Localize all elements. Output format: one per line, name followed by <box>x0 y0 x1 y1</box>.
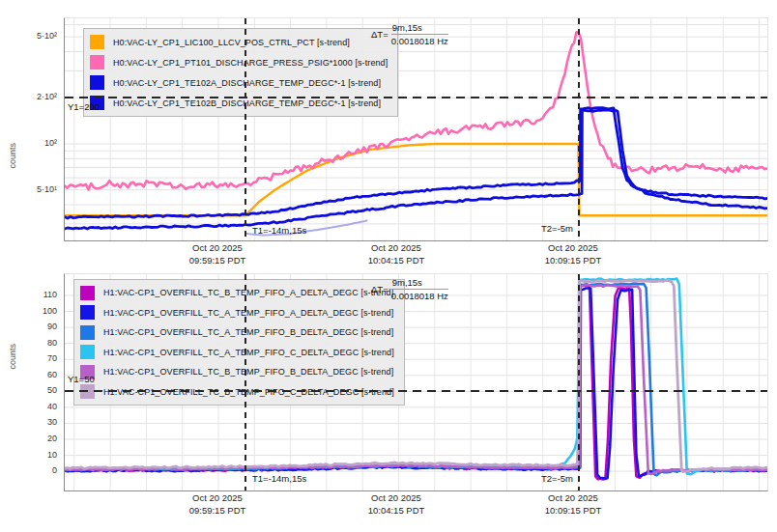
series-name: H1:VAC-CP1_OVERFILL_TC_A_TEMP_FIFO_C_DEL… <box>103 348 394 357</box>
x-tick-label: Oct 20 202510:04:15 PDT <box>368 492 425 517</box>
series-line-2 <box>65 108 767 218</box>
legend-item[interactable]: H0:VAC-LY_CP1_LIC100_LLCV_POS_CTRL_PCT [… <box>90 32 388 52</box>
series-color-swatch <box>80 305 95 320</box>
x-tick-label: Oct 20 202510:09:15 PDT <box>545 492 602 517</box>
t1-cursor-line[interactable] <box>245 274 246 490</box>
legend-item[interactable]: H1:VAC-CP1_OVERFILL_TC_B_TEMP_FIFO_A_DEL… <box>80 283 394 303</box>
t2-cursor-label: T2=-5m <box>541 223 573 234</box>
x-tick-date: Oct 20 2025 <box>189 242 246 255</box>
series-color-swatch <box>90 55 104 70</box>
series-line-3 <box>65 110 767 229</box>
legend-item[interactable]: H1:VAC-CP1_OVERFILL_TC_B_TEMP_FIFO_B_DEL… <box>80 362 394 382</box>
t2-cursor-line[interactable] <box>578 274 580 490</box>
series-name: H0:VAC-LY_CP1_LIC100_LLCV_POS_CTRL_PCT [… <box>113 38 350 47</box>
series-name: H1:VAC-CP1_OVERFILL_TC_B_TEMP_FIFO_A_DEL… <box>103 288 393 297</box>
x-tick-date: Oct 20 2025 <box>545 242 602 255</box>
legend-item[interactable]: H1:VAC-CP1_OVERFILL_TC_A_TEMP_FIFO_A_DEL… <box>80 303 394 323</box>
x-tick-date: Oct 20 2025 <box>368 492 425 505</box>
series-name: H1:VAC-CP1_OVERFILL_TC_A_TEMP_FIFO_A_DEL… <box>103 308 393 318</box>
t1-cursor-label: T1=-14m,15s <box>252 473 306 484</box>
y-tick-label: 30 <box>0 416 57 428</box>
x-tick-label: Oct 20 202510:04:15 PDT <box>368 242 425 266</box>
y-tick-label: 50 <box>0 384 57 396</box>
x-tick-time: 10:04:15 PDT <box>368 255 425 267</box>
legend-item[interactable]: H1:VAC-CP1_OVERFILL_TC_A_TEMP_FIFO_C_DEL… <box>80 343 394 363</box>
x-tick-label: Oct 20 202509:59:15 PDT <box>189 242 246 266</box>
y-tick-label: 20 <box>0 433 57 444</box>
y-tick-label: 0 <box>0 464 57 476</box>
y-axis-ticks: 1101009080706050403020100 <box>0 273 60 490</box>
delta-t-label: ΔT= <box>371 29 388 40</box>
series-name: H0:VAC-LY_CP1_TE102A_DISCHARGE_TEMP_DEGC… <box>113 78 381 88</box>
y-tick-label: 60 <box>0 369 57 380</box>
y-tick-label: 2·10² <box>0 91 57 102</box>
y1-threshold-line[interactable] <box>65 390 767 392</box>
series-color-swatch <box>80 345 95 359</box>
x-tick-time: 09:59:15 PDT <box>189 255 246 267</box>
series-color-swatch <box>90 35 104 49</box>
y-tick-label: 110 <box>0 289 57 300</box>
x-tick-time: 09:59:15 PDT <box>189 505 246 518</box>
plot-area-bottom[interactable]: H1:VAC-CP1_OVERFILL_TC_B_TEMP_FIFO_A_DEL… <box>64 273 768 491</box>
delta-t-annotation: ΔT= 9m,15s 0.0018018 Hz <box>371 22 448 46</box>
y-tick-label: 10 <box>0 449 57 461</box>
y-tick-label: 80 <box>0 337 57 349</box>
series-color-swatch <box>80 325 95 340</box>
delta-t-duration: 9m,15s <box>391 22 448 35</box>
x-tick-date: Oct 20 2025 <box>545 492 602 505</box>
delta-t-label: ΔT= <box>371 284 388 294</box>
y-tick-label: 70 <box>0 352 57 364</box>
t2-cursor-line[interactable] <box>578 18 580 240</box>
plot-area-top[interactable]: H0:VAC-LY_CP1_LIC100_LLCV_POS_CTRL_PCT [… <box>64 17 768 241</box>
series-name: H1:VAC-CP1_OVERFILL_TC_B_TEMP_FIFO_B_DEL… <box>103 367 393 377</box>
y-tick-label: 5·10¹ <box>0 183 57 195</box>
y-tick-label: 5·10² <box>0 30 57 42</box>
t1-cursor-line[interactable] <box>245 18 246 240</box>
legend-item[interactable]: H1:VAC-CP1_OVERFILL_TC_A_TEMP_FIFO_B_DEL… <box>80 322 394 343</box>
y-axis-ticks: 5·10²2·10²10²5·10¹ <box>0 17 60 239</box>
y1-threshold-label: Y1=200 <box>68 101 100 112</box>
series-name: H0:VAC-LY_CP1_TE102B_DISCHARGE_TEMP_DEGC… <box>113 98 381 108</box>
delta-t-frequency: 0.0018018 Hz <box>391 290 448 301</box>
series-color-swatch <box>80 286 95 300</box>
x-tick-date: Oct 20 2025 <box>368 242 425 255</box>
series-name: H1:VAC-CP1_OVERFILL_TC_A_TEMP_FIFO_B_DEL… <box>103 327 393 337</box>
x-tick-time: 10:09:15 PDT <box>545 505 602 518</box>
y-tick-label: 10² <box>0 137 57 149</box>
x-tick-label: Oct 20 202509:59:15 PDT <box>189 492 246 517</box>
x-tick-label: Oct 20 202510:09:15 PDT <box>545 242 602 266</box>
t2-cursor-label: T2=-5m <box>541 473 573 484</box>
y-tick-label: 90 <box>0 321 57 332</box>
y1-threshold-label: Y1=50 <box>68 374 95 384</box>
x-tick-time: 10:09:15 PDT <box>545 255 602 267</box>
legend-bottom: H1:VAC-CP1_OVERFILL_TC_B_TEMP_FIFO_A_DEL… <box>73 279 405 406</box>
legend-item[interactable]: H0:VAC-LY_CP1_TE102A_DISCHARGE_TEMP_DEGC… <box>90 72 388 93</box>
x-tick-date: Oct 20 2025 <box>189 492 246 505</box>
delta-t-annotation: ΔT= 9m,15s 0.0018018 Hz <box>371 277 448 301</box>
series-color-swatch <box>90 75 104 90</box>
y1-threshold-line[interactable] <box>65 97 767 98</box>
delta-t-frequency: 0.0018018 Hz <box>391 35 448 46</box>
x-tick-time: 10:04:15 PDT <box>368 505 425 518</box>
legend-top: H0:VAC-LY_CP1_LIC100_LLCV_POS_CTRL_PCT [… <box>83 28 398 117</box>
legend-item[interactable]: H0:VAC-LY_CP1_PT101_DISCHARGE_PRESS_PSIG… <box>90 52 388 72</box>
trend-viewer-canvas: { "chart_data": [ { "type": "line", "yla… <box>0 0 777 532</box>
delta-t-duration: 9m,15s <box>391 277 448 290</box>
y-tick-label: 40 <box>0 401 57 412</box>
t1-cursor-label: T1=-14m,15s <box>252 225 306 236</box>
y-tick-label: 100 <box>0 305 57 317</box>
series-name: H0:VAC-LY_CP1_PT101_DISCHARGE_PRESS_PSIG… <box>113 58 388 68</box>
